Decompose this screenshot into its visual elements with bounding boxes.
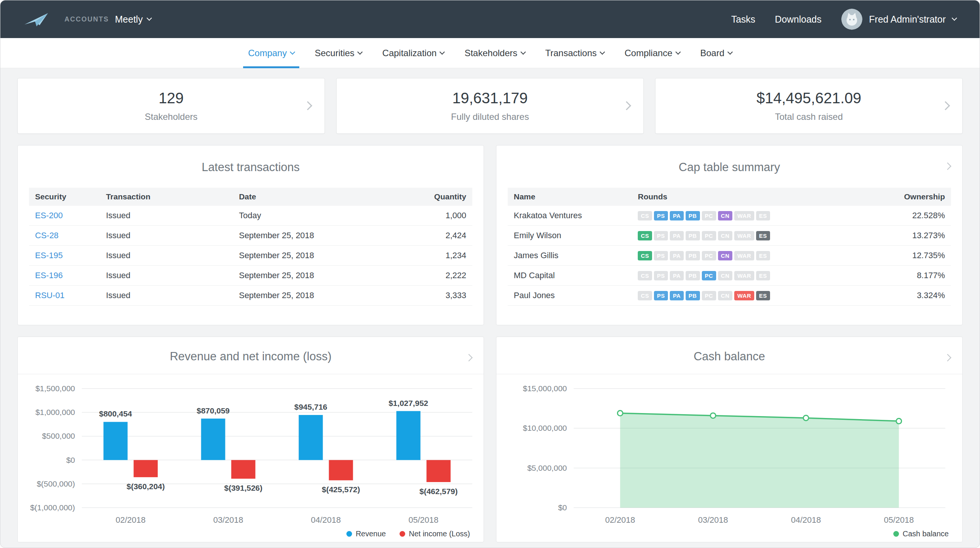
cap-table-body: Krakatoa VenturesCSPSPAPBPCCNWARES22.528… — [508, 206, 951, 306]
top-navbar: ACCOUNTS Meetly Tasks Downloads — [0, 0, 980, 38]
ownership-percent: 22.528% — [862, 206, 951, 226]
svg-text:$(425,572): $(425,572) — [322, 485, 360, 494]
accounts-label: ACCOUNTS — [64, 16, 109, 23]
legend-item[interactable]: Cash balance — [893, 529, 949, 538]
cap-table-row: Krakatoa VenturesCSPSPAPBPCCNWARES22.528… — [508, 206, 951, 226]
cap-table-row: Paul JonesCSPSPAPBPCCNWARES3.324% — [508, 286, 951, 306]
chevron-right-icon[interactable] — [465, 354, 473, 361]
round-badge-pc: PC — [702, 291, 716, 300]
svg-text:$1,000,000: $1,000,000 — [35, 408, 75, 416]
svg-text:$(360,204): $(360,204) — [127, 482, 165, 491]
downloads-link[interactable]: Downloads — [775, 14, 822, 25]
security-link[interactable]: RSU-01 — [35, 291, 64, 300]
transaction-type: Issued — [100, 266, 233, 286]
column-header-date: Date — [233, 188, 401, 206]
tab-board[interactable]: Board — [690, 38, 742, 68]
transaction-date: September 25, 2018 — [233, 266, 401, 286]
dashboard-content: 129 Stakeholders 19,631,179 Fully dilute… — [0, 78, 980, 542]
chevron-down-icon — [146, 16, 152, 21]
svg-text:$500,000: $500,000 — [42, 432, 75, 440]
cap-table-row: MD CapitalCSPSPAPBPCCNWARES8.177% — [508, 266, 951, 286]
cash-balance-chart-panel: Cash balance $0$5,000,000$10,000,000$15,… — [496, 337, 963, 542]
chevron-down-icon — [727, 49, 733, 54]
stakeholder-name: James Gillis — [508, 246, 632, 266]
panel-title: Latest transactions — [202, 160, 300, 174]
rounds-badges: CSPSPAPBPCCNWARES — [638, 231, 856, 240]
round-badge-cs: CS — [638, 211, 652, 221]
chevron-right-icon[interactable] — [944, 354, 951, 361]
charts-row: Revenue and net income (loss) $(1,000,00… — [18, 337, 963, 542]
account-switcher[interactable]: Meetly — [115, 14, 151, 25]
round-badge-war: WAR — [734, 251, 754, 260]
ownership-percent: 3.324% — [862, 286, 951, 306]
cap-table-row: Emily WilsonCSPSPAPBPCCNWARES13.273% — [508, 226, 951, 246]
cash-chart-body: $0$5,000,000$10,000,000$15,000,00002/201… — [496, 377, 962, 529]
tab-capitalization[interactable]: Capitalization — [372, 38, 454, 68]
cash-area — [620, 413, 899, 508]
revenue-chart-body: $(1,000,000)$(500,000)$0$500,000$1,000,0… — [18, 377, 484, 529]
security-link[interactable]: ES-195 — [35, 251, 62, 260]
panel-header: Revenue and net income (loss) — [18, 337, 484, 374]
transaction-type: Issued — [100, 286, 233, 306]
latest-transactions-panel: Latest transactions Security Transaction… — [18, 145, 484, 325]
round-badge-pc: PC — [702, 211, 716, 221]
round-badge-es: ES — [756, 291, 770, 300]
round-badge-es: ES — [756, 211, 770, 221]
cap-table-row: James GillisCSPSPAPBPCCNWARES12.735% — [508, 246, 951, 266]
tab-company[interactable]: Company — [238, 38, 305, 68]
logo-icon[interactable] — [24, 11, 49, 27]
user-menu[interactable]: Fred Admin'strator — [841, 9, 956, 30]
cap-table-summary-panel: Cap table summary Name Rounds Ownership … — [496, 145, 963, 325]
stat-card-total-cash-raised[interactable]: $14,495,621.09 Total cash raised — [655, 78, 963, 134]
bar-revenue — [103, 422, 128, 460]
tab-compliance[interactable]: Compliance — [614, 38, 690, 68]
bar-revenue — [299, 415, 323, 460]
round-badge-pb: PB — [686, 271, 700, 280]
tab-transactions[interactable]: Transactions — [535, 38, 615, 68]
round-badge-cs: CS — [638, 291, 652, 300]
chevron-down-icon — [439, 49, 445, 54]
round-badge-war: WAR — [734, 291, 754, 300]
stat-label: Stakeholders — [145, 111, 197, 122]
legend-item[interactable]: Net income (Loss) — [399, 529, 470, 538]
transaction-row: ES-200IssuedToday1,000 — [29, 206, 472, 226]
legend-dot — [893, 531, 899, 537]
data-point-marker — [803, 415, 808, 421]
app-window: ACCOUNTS Meetly Tasks Downloads — [0, 0, 980, 548]
stat-value: 19,631,179 — [452, 90, 528, 106]
revenue-legend: RevenueNet income (Loss) — [18, 529, 484, 538]
round-badge-war: WAR — [734, 271, 754, 280]
security-link[interactable]: CS-28 — [35, 231, 59, 240]
tasks-link[interactable]: Tasks — [731, 14, 756, 25]
user-name: Fred Admin'strator — [869, 14, 946, 25]
legend-label: Net income (Loss) — [409, 529, 470, 538]
round-badge-pc: PC — [702, 231, 716, 240]
tab-label: Transactions — [546, 48, 597, 59]
transaction-type: Issued — [100, 246, 233, 266]
stat-value: 129 — [159, 90, 184, 106]
round-badge-ps: PS — [654, 271, 668, 280]
transaction-quantity: 2,222 — [401, 266, 472, 286]
chevron-right-icon — [303, 101, 312, 110]
security-link[interactable]: ES-200 — [35, 211, 62, 220]
stat-card-fully-diluted-shares[interactable]: 19,631,179 Fully diluted shares — [336, 78, 644, 134]
bar-net-income — [231, 460, 256, 479]
rounds-badges: CSPSPAPBPCCNWARES — [638, 271, 856, 280]
bar-net-income — [427, 460, 451, 482]
tab-label: Stakeholders — [465, 48, 517, 59]
transaction-row: ES-196IssuedSeptember 25, 20182,222 — [29, 266, 472, 286]
round-badge-pa: PA — [670, 211, 684, 221]
legend-item[interactable]: Revenue — [347, 529, 386, 538]
round-badge-cn: CN — [718, 271, 733, 280]
column-header-ownership: Ownership — [862, 188, 951, 206]
chevron-right-icon[interactable] — [944, 162, 951, 170]
tab-securities[interactable]: Securities — [305, 38, 372, 68]
chevron-down-icon — [290, 49, 295, 54]
tab-stakeholders[interactable]: Stakeholders — [454, 38, 535, 68]
stat-card-stakeholders[interactable]: 129 Stakeholders — [18, 78, 325, 134]
cat-avatar-image — [841, 9, 862, 30]
legend-dot — [347, 531, 352, 537]
security-link[interactable]: ES-196 — [35, 271, 62, 280]
stakeholder-name: Krakatoa Ventures — [508, 206, 632, 226]
tables-row: Latest transactions Security Transaction… — [18, 145, 963, 325]
